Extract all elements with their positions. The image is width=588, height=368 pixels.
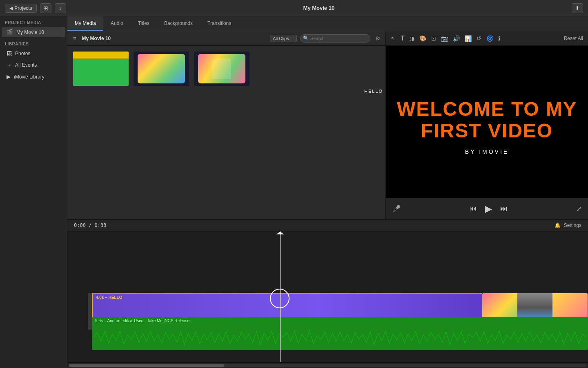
color-correct-icon[interactable]: 🎨 xyxy=(419,35,426,42)
timeline-content[interactable]: ⋮ 4.0s – HELLO xyxy=(67,231,588,362)
info-icon[interactable]: ℹ xyxy=(498,35,500,42)
chart-icon[interactable]: 📊 xyxy=(465,35,472,42)
text-tool-icon[interactable]: T xyxy=(401,35,405,42)
search-input[interactable] xyxy=(300,34,370,43)
tab-titles[interactable]: Titles xyxy=(131,16,157,31)
preview-title: WELCOME TO MY FIRST VIDEO xyxy=(397,99,577,142)
media-grid xyxy=(67,46,385,219)
pointer-tool-icon[interactable]: ↖ xyxy=(391,35,396,42)
timeline-header: 0:00 / 0:33 🔔 Settings xyxy=(67,219,588,231)
camera-icon[interactable]: 📷 xyxy=(441,35,448,42)
timeline-settings: 🔔 Settings xyxy=(555,222,581,228)
fast-forward-button[interactable]: ⏭ xyxy=(500,204,508,213)
media-browser: ≡ My Movie 10 All Clips 🔍 ⚙ xyxy=(67,31,386,219)
audio-clip-label: 9.9s – Andromedik & Used - Take Me [NCS … xyxy=(92,317,588,324)
thumb-tablet-2 xyxy=(194,52,249,86)
clip-filter-icon[interactable]: ◑ xyxy=(410,35,414,42)
top-bar: ◀ Projects ⊞ ↓ My Movie 10 ⬆ xyxy=(0,0,588,16)
sidebar-item-label: Photos xyxy=(15,51,30,56)
sidebar-toggle-button[interactable]: ≡ xyxy=(71,34,79,42)
preview-screen: HELLO WELCOME TO MY FIRST VIDEO BY IMOVI… xyxy=(386,46,588,198)
waveform-svg xyxy=(94,329,586,346)
preview-hello-text: HELLO xyxy=(364,89,577,94)
play-button[interactable]: ▶ xyxy=(485,204,492,214)
audio-waveform xyxy=(92,324,588,350)
media-thumb-2[interactable] xyxy=(133,51,190,87)
noise-icon[interactable]: 🌀 xyxy=(486,35,493,42)
tab-transitions[interactable]: Transitions xyxy=(200,16,238,31)
volume-icon[interactable]: 🔊 xyxy=(453,35,460,42)
libraries-heading: LIBRARIES xyxy=(0,38,67,48)
preview-controls-left: 🎤 xyxy=(392,205,401,213)
playhead-circle xyxy=(270,289,290,308)
preview-controls-right: ⤢ xyxy=(576,205,581,213)
video-clip-label: 4.0s – HELLO xyxy=(96,295,122,300)
fullscreen-button[interactable]: ⤢ xyxy=(576,205,581,213)
preview-subtitle: BY IMOVIE xyxy=(397,148,577,155)
audio-clip[interactable]: 9.9s – Andromedik & Used - Take Me [NCS … xyxy=(92,317,588,350)
film-icon: 🎬 xyxy=(7,29,13,35)
timeline-settings-label[interactable]: Settings xyxy=(564,222,581,228)
projects-button[interactable]: ◀ Projects xyxy=(5,4,37,13)
timeline-scrollbar[interactable] xyxy=(67,362,588,368)
top-bar-left: ◀ Projects ⊞ ↓ xyxy=(5,3,66,13)
media-project-name: My Movie 10 xyxy=(82,36,111,41)
app-title: My Movie 10 xyxy=(303,5,335,11)
audio-track[interactable]: 9.9s – Andromedik & Used - Take Me [NCS … xyxy=(92,317,588,350)
library-icon: ▶ xyxy=(7,74,11,80)
sidebar-item-imovie-library[interactable]: ▶ iMovie Library xyxy=(2,72,65,82)
content-area: PROJECT MEDIA 🎬 My Movie 10 LIBRARIES 🖼 … xyxy=(0,16,588,368)
photos-icon: 🖼 xyxy=(7,50,12,56)
sidebar-item-all-events[interactable]: ＋ All Events xyxy=(2,59,65,71)
media-thumb-1[interactable] xyxy=(72,51,129,87)
tab-my-media[interactable]: My Media xyxy=(67,16,103,31)
sidebar-item-label: All Events xyxy=(15,62,37,68)
thumb-tablet-1 xyxy=(134,52,189,86)
preview-toolbar: ↖ T ◑ 🎨 ⊡ 📷 🔊 📊 ↺ 🌀 ℹ Reset All xyxy=(386,31,588,46)
grid-view-button[interactable]: ⊞ xyxy=(40,3,51,13)
scrollbar-thumb[interactable] xyxy=(69,364,224,367)
timeline-area: 0:00 / 0:33 🔔 Settings ⋮ xyxy=(67,219,588,368)
sidebar-item-label: My Movie 10 xyxy=(16,29,44,35)
preview-controls: 🎤 ⏮ ▶ ⏭ ⤢ xyxy=(386,198,588,219)
playhead xyxy=(280,231,281,362)
reset-all-button[interactable]: Reset All xyxy=(564,36,583,41)
rewind-button[interactable]: ⏮ xyxy=(470,204,477,213)
media-thumb-3[interactable] xyxy=(193,51,250,87)
all-events-icon: ＋ xyxy=(7,61,12,69)
tab-bar: My Media Audio Titles Backgrounds Transi… xyxy=(67,16,588,31)
preview-tools-left: ↖ T ◑ 🎨 ⊡ 📷 🔊 📊 ↺ 🌀 ℹ xyxy=(391,35,500,42)
timecode-display: 0:00 / 0:33 xyxy=(74,222,106,228)
preview-panel: ↖ T ◑ 🎨 ⊡ 📷 🔊 📊 ↺ 🌀 ℹ Reset All xyxy=(386,31,588,219)
main-middle: My Media Audio Titles Backgrounds Transi… xyxy=(67,16,588,368)
import-button[interactable]: ↓ xyxy=(55,3,66,13)
settings-icon: 🔔 xyxy=(555,222,561,228)
preview-content: HELLO WELCOME TO MY FIRST VIDEO BY IMOVI… xyxy=(397,89,577,155)
speed-icon[interactable]: ↺ xyxy=(477,35,481,42)
search-wrap: 🔍 xyxy=(300,34,370,43)
all-clips-select[interactable]: All Clips xyxy=(270,35,297,42)
scrollbar-track xyxy=(69,364,586,367)
handle-dots-icon: ⋮ xyxy=(89,310,92,313)
upper-area: ≡ My Movie 10 All Clips 🔍 ⚙ xyxy=(67,31,588,219)
crop-icon[interactable]: ⊡ xyxy=(431,35,436,42)
project-media-heading: PROJECT MEDIA xyxy=(0,16,67,27)
media-toolbar: ≡ My Movie 10 All Clips 🔍 ⚙ xyxy=(67,31,385,46)
preview-controls-center: ⏮ ▶ ⏭ xyxy=(470,204,508,214)
sidebar-item-photos[interactable]: 🖼 Photos xyxy=(2,48,65,58)
filter-settings-button[interactable]: ⚙ xyxy=(374,34,382,43)
sidebar-item-label: iMovie Library xyxy=(14,74,45,80)
sidebar-item-my-movie[interactable]: 🎬 My Movie 10 xyxy=(2,27,65,37)
top-bar-right: ⬆ xyxy=(572,3,583,13)
sidebar: PROJECT MEDIA 🎬 My Movie 10 LIBRARIES 🖼 … xyxy=(0,16,67,368)
microphone-button[interactable]: 🎤 xyxy=(392,205,401,213)
thumb-color-1 xyxy=(73,52,129,86)
share-button[interactable]: ⬆ xyxy=(572,3,583,13)
tab-audio[interactable]: Audio xyxy=(103,16,131,31)
tab-backgrounds[interactable]: Backgrounds xyxy=(157,16,200,31)
